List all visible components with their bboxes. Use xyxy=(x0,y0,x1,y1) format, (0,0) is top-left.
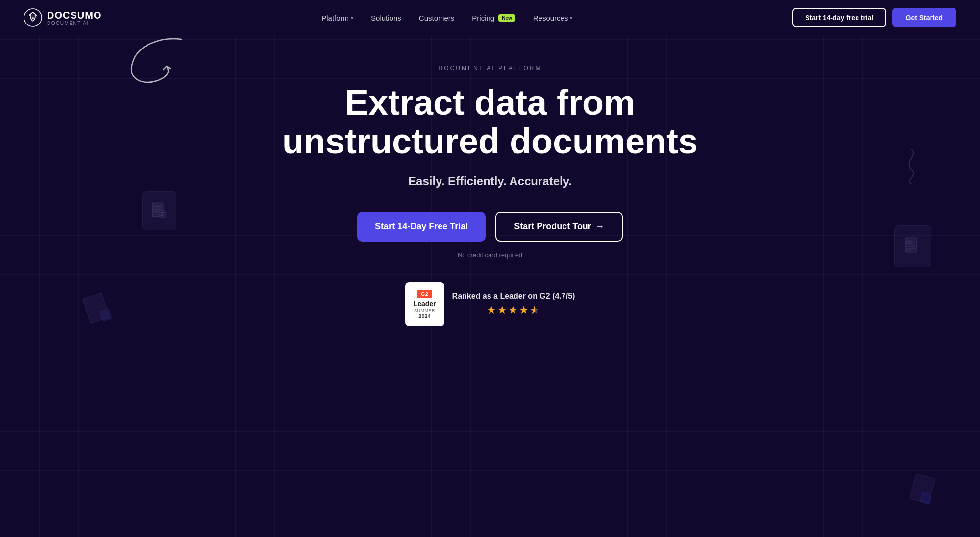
g2-season-text: SUMMER xyxy=(414,308,435,313)
g2-badge: G2 Leader SUMMER 2024 xyxy=(405,282,444,326)
hero-title-line1: Extract data from xyxy=(345,83,635,122)
g2-ranked-text: Ranked as a Leader on G2 (4.7/5) xyxy=(452,292,575,301)
nav-item-resources[interactable]: Resources ▾ xyxy=(533,14,573,22)
nav-item-platform[interactable]: Platform ▾ xyxy=(321,14,353,22)
nav-link-pricing[interactable]: Pricing New xyxy=(472,14,515,22)
logo[interactable]: DOCSUMO Document AI xyxy=(24,8,101,27)
pricing-new-badge: New xyxy=(498,14,515,22)
svg-rect-16 xyxy=(920,492,931,504)
floating-paper-2 xyxy=(911,475,936,508)
navbar: DOCSUMO Document AI Platform ▾ Solutions… xyxy=(0,0,980,35)
nav-links: Platform ▾ Solutions Customers Pricing N… xyxy=(321,14,572,22)
nav-link-customers[interactable]: Customers xyxy=(419,14,455,22)
nav-link-solutions[interactable]: Solutions xyxy=(371,14,401,22)
logo-icon xyxy=(24,8,42,27)
nav-trial-button[interactable]: Start 14-day free trial xyxy=(792,8,886,27)
hero-cta-buttons: Start 14-Day Free Trial Start Product To… xyxy=(357,212,623,242)
logo-text: DOCSUMO Document AI xyxy=(47,10,101,26)
nav-actions: Start 14-day free trial Get Started xyxy=(792,8,956,27)
arrow-icon: → xyxy=(595,221,604,232)
svg-point-18 xyxy=(32,17,34,19)
brand-tagline: Document AI xyxy=(47,21,101,26)
nav-get-started-button[interactable]: Get Started xyxy=(892,8,956,27)
g2-logo-text: G2 xyxy=(417,290,433,298)
g2-leader-text: Leader xyxy=(414,300,436,307)
g2-info: Ranked as a Leader on G2 (4.7/5) ★★★★★★ xyxy=(452,292,575,317)
g2-stars: ★★★★★★ xyxy=(452,304,575,317)
nav-item-pricing[interactable]: Pricing New xyxy=(472,14,515,22)
hero-product-tour-button[interactable]: Start Product Tour → xyxy=(495,212,623,242)
g2-year-text: 2024 xyxy=(418,313,430,319)
chevron-down-icon: ▾ xyxy=(351,15,353,21)
brand-name: DOCSUMO xyxy=(47,10,101,21)
hero-eyebrow: DOCUMENT AI PLATFORM xyxy=(439,65,542,72)
nav-item-customers[interactable]: Customers xyxy=(419,14,455,22)
product-tour-label: Start Product Tour xyxy=(514,221,591,232)
nav-item-solutions[interactable]: Solutions xyxy=(371,14,401,22)
hero-section: DOCUMENT AI PLATFORM Extract data from u… xyxy=(0,35,980,346)
hero-subtitle: Easily. Efficiently. Accurately. xyxy=(408,174,572,188)
svg-rect-15 xyxy=(910,474,935,504)
hero-title-line2: unstructured documents xyxy=(282,122,698,161)
chevron-down-icon-resources: ▾ xyxy=(570,15,572,21)
no-credit-card-text: No credit card required xyxy=(458,251,522,259)
nav-link-resources[interactable]: Resources ▾ xyxy=(533,14,573,22)
g2-section: G2 Leader SUMMER 2024 Ranked as a Leader… xyxy=(405,282,575,326)
nav-link-platform[interactable]: Platform ▾ xyxy=(321,14,353,22)
hero-title: Extract data from unstructured documents xyxy=(282,83,698,161)
hero-free-trial-button[interactable]: Start 14-Day Free Trial xyxy=(357,212,486,242)
